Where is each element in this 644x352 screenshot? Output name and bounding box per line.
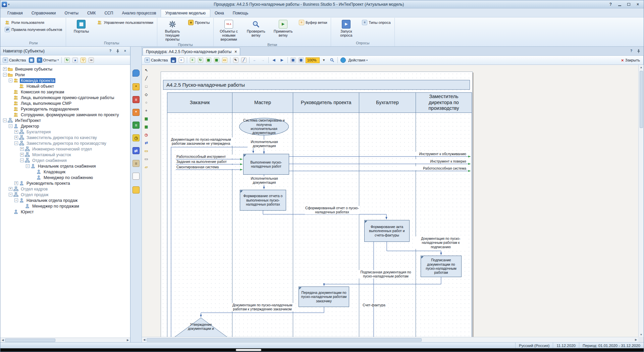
tree-item[interactable]: −Начальник отдела продаж [1, 197, 130, 203]
parent-diagram-button[interactable]: ▣ [289, 57, 297, 63]
zoom-dropdown-button[interactable]: ▾ [320, 57, 328, 63]
refresh-view-button[interactable]: ↻ [197, 57, 204, 63]
ribbon-tab-1[interactable]: Главная [3, 9, 27, 17]
panel-pin-button[interactable] [114, 48, 121, 54]
chat-panel-button[interactable] [132, 70, 140, 78]
matrix-tool-button[interactable]: ▦ [144, 124, 149, 130]
collapse-icon[interactable]: − [20, 159, 24, 162]
connector-label[interactable]: Смонтированная система [176, 165, 233, 169]
connector-label[interactable]: Работоспособная система [400, 166, 466, 170]
tree-item[interactable]: +Инженерно-технический отдел [1, 146, 130, 152]
start-poll-button[interactable]: ►Запуск опроса [333, 18, 359, 39]
check-branch-button[interactable]: Проверить ветку [243, 18, 269, 39]
tree-item[interactable]: Менеджер по продажам [1, 203, 130, 209]
gear-panel-button[interactable]: * [132, 83, 140, 90]
scroll-thumb[interactable] [147, 338, 422, 342]
zoom-tool-button[interactable] [328, 57, 336, 63]
next-diagram-button[interactable]: ▶ [278, 57, 286, 63]
tree-item[interactable]: −Отдел снабжения [1, 158, 130, 163]
ellipse-tool-button[interactable]: ○ [144, 100, 149, 105]
swimlane-header[interactable]: Заказчик [167, 92, 232, 113]
scroll-left-icon[interactable]: ◀ [142, 338, 147, 342]
panel-help-button[interactable]: ? [107, 48, 114, 54]
link-button[interactable]: ∞ [88, 57, 95, 63]
ribbon-tab-3[interactable]: Отчеты [60, 9, 83, 17]
canvas-h-scrollbar[interactable]: ◀ ▶ [142, 337, 638, 342]
expand-icon[interactable]: + [14, 181, 18, 185]
cross-tool-button[interactable]: + [144, 108, 149, 114]
collapse-icon[interactable]: − [9, 124, 12, 128]
app-icon[interactable]: ◆ [2, 2, 7, 7]
tree-item[interactable]: Сотрудники, формирующие замечания по про… [1, 112, 130, 118]
diagram-node[interactable]: Формирование отчета о выполненных пуско-… [240, 190, 286, 211]
expand-icon[interactable]: + [9, 187, 12, 191]
prev-diagram-button[interactable]: ◀ [270, 57, 278, 63]
swimlane-header[interactable]: Мастер [232, 92, 293, 113]
tree-item[interactable]: +Внешние субъекты [1, 66, 130, 72]
zoom-level-input[interactable]: 100% [306, 57, 320, 63]
scroll-right-icon[interactable]: ▶ [125, 338, 130, 343]
tree-item[interactable]: +Бухгалтерия [1, 129, 130, 135]
edit-shape-button[interactable]: ✎ [232, 57, 239, 63]
swimlane-header[interactable]: Заместитель директора по производству [416, 92, 472, 113]
quick-access-dropdown-icon[interactable]: ▾ [8, 3, 10, 6]
tab-close-icon[interactable]: × [234, 49, 237, 54]
snap-grid-button[interactable]: ▦ [213, 57, 220, 63]
connector-label[interactable]: Инструмент к обслуживанию [400, 152, 466, 156]
objects-with-new-versions-button[interactable]: V1.1Объекты с новыми версиями [216, 18, 241, 43]
swimlane-header[interactable]: Руководитель проекта [293, 92, 359, 113]
table-tool-button[interactable]: ▦ [144, 116, 149, 122]
diagram-node-decision[interactable]: Утверждение документации и [181, 322, 221, 331]
connector-label[interactable]: Документация по пуско-наладочным работам… [415, 236, 466, 249]
maximize-button[interactable] [624, 1, 633, 7]
forward-button[interactable]: → [259, 57, 267, 63]
connector-label[interactable]: Исполнительная документация [248, 176, 281, 185]
expand-icon[interactable]: + [3, 67, 7, 71]
report-button[interactable]: ≡ [178, 57, 185, 63]
interface-tool-button[interactable]: ⇄ [144, 140, 149, 146]
collapse-icon[interactable]: − [3, 73, 7, 77]
user-management-button[interactable]: Управление пользователями [96, 19, 155, 26]
back-button[interactable]: ← [251, 57, 259, 63]
object-rules-button[interactable]: ⇄Правила получения объектов [3, 26, 63, 33]
reports-button[interactable]: ≡Отчеты▾ [36, 57, 60, 63]
tree-item[interactable]: −Директор [1, 123, 130, 129]
tabbar-pin-button[interactable] [635, 48, 642, 54]
publish-button[interactable] [339, 57, 347, 63]
decision-tool-button[interactable]: ◇ [144, 92, 149, 97]
tree-item[interactable]: −ИнТехПроект [1, 118, 130, 123]
user-roles-button[interactable]: Роли пользователя [3, 19, 63, 26]
notes-panel-button[interactable]: ≡ [132, 160, 140, 167]
select-current-projects-button[interactable]: Выбрать текущие проекты [160, 18, 185, 43]
timer-panel-button[interactable]: ◷ [132, 134, 140, 141]
expand-icon[interactable]: + [20, 153, 24, 157]
scroll-up-icon[interactable]: ▲ [639, 65, 644, 70]
filter-button[interactable]: ▽ [79, 57, 87, 63]
connector-label[interactable]: Инструмент к поверке [400, 159, 466, 163]
tree-item[interactable]: −Роли [1, 72, 130, 78]
refresh-button[interactable]: ↻ [63, 57, 71, 63]
connector-label[interactable]: Счет-фактура [362, 303, 386, 307]
connector-tool-button[interactable]: ╱ [144, 76, 149, 81]
connector-label[interactable]: Документация по пуско-наладочным работам… [231, 303, 293, 311]
connector-label[interactable]: Исполнительная документация [248, 140, 281, 148]
ribbon-tab-8[interactable]: Окна [210, 9, 228, 17]
folder-panel-button[interactable] [132, 186, 140, 194]
actions-button[interactable]: Действия▾ [347, 58, 369, 62]
swimlane-header[interactable]: Бухгалтер [359, 92, 416, 113]
folder-tool-button[interactable]: ▱ [144, 164, 149, 170]
diagram-node[interactable]: Передача документации по пуско-наладочны… [299, 287, 349, 307]
portals-button[interactable]: ▦Порталы [68, 18, 94, 35]
tree-item[interactable]: +Заместитель директора по качеству [1, 135, 130, 140]
expand-icon[interactable]: + [14, 136, 18, 139]
window-view-button[interactable]: ▦ [28, 57, 35, 63]
tree-item[interactable]: −Заместитель директора по производству [1, 140, 130, 146]
event-tool-button[interactable]: ◷ [144, 132, 149, 138]
connector-label[interactable]: Подписанная документация по пуско-наладо… [358, 270, 413, 278]
apply-branch-button[interactable]: ►Применить ветку [270, 18, 296, 39]
expand-icon[interactable]: + [14, 130, 18, 134]
ribbon-tab-7[interactable]: Управление моделью [161, 9, 210, 17]
scroll-down-icon[interactable]: ▼ [639, 332, 644, 337]
ribbon-tab-9[interactable]: Помощь [228, 9, 253, 17]
navigator-h-scrollbar[interactable]: ◀ ▶ [0, 338, 130, 342]
